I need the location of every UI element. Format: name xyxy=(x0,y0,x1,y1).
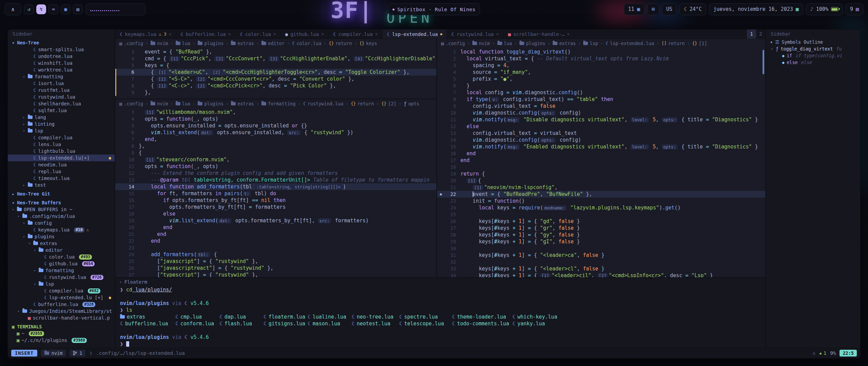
active-app-icon[interactable]: ↯ xyxy=(36,4,46,14)
code-line[interactable]: 8 if type(v: config.virtual_text) == "ta… xyxy=(437,96,765,103)
breadcrumb-segment[interactable]: {}keys xyxy=(359,41,377,46)
close-tab-icon[interactable]: × xyxy=(375,32,378,37)
terminal-ls-entry[interactable]: extras xyxy=(120,313,175,320)
code-line[interactable]: 3 spacing = 4, xyxy=(437,62,765,69)
code-line[interactable]: 5 opts.ensure_installed = opts.ensure_in… xyxy=(115,122,436,129)
terminal-ls-entry[interactable]: ☾todo-comments.lua xyxy=(452,320,512,327)
breadcrumb-segment[interactable]: extras xyxy=(231,41,254,46)
tree-item[interactable]: ·☾github.lua#654 xyxy=(8,260,115,267)
code-line[interactable]: 24 add_formatters(tbl: { xyxy=(115,251,436,258)
code-line[interactable]: 31 keys[#keys + 1] = { "<leader>ca", fal… xyxy=(437,252,765,259)
tree-item[interactable]: ·☾lightbulb.lua xyxy=(8,148,115,155)
tree-item[interactable]: ·☾rustfmt.lua xyxy=(8,87,115,94)
terminal-ls-entry[interactable]: ☾bufferline.lua xyxy=(120,320,175,327)
code-line[interactable]: 4 opts = function(_, opts) xyxy=(115,116,436,122)
code-line[interactable]: 26 keys[#keys + 1] = { "gd", false } xyxy=(437,218,765,225)
search-pill[interactable] xyxy=(86,3,145,15)
tree-item[interactable]: ·☾rustywind.lua#726 xyxy=(8,274,115,281)
breadcrumb-segment[interactable]: extras xyxy=(231,101,254,106)
tree-item[interactable]: ·☾winshift.lua xyxy=(8,60,115,66)
code-line[interactable]: 18 else xyxy=(115,210,436,217)
tree-item[interactable]: ▾config xyxy=(8,220,115,226)
code-line[interactable]: 5 prefix = "●", xyxy=(437,76,765,82)
tree-item[interactable]: ·☾color.lua#493 xyxy=(8,253,115,260)
breadcrumb-segment[interactable]: plugins xyxy=(519,41,545,46)
terminal-ls-entry[interactable]: ☾yanky.lua xyxy=(512,320,545,327)
tree-item[interactable]: ▾.config/nvim/lua xyxy=(8,213,115,220)
terminal-ls-entry[interactable]: ☾neo-tree.lua xyxy=(352,313,399,320)
tree-item[interactable]: ·☾smart-splits.lua xyxy=(8,46,115,53)
neotree-section-neo-tree-buffers[interactable]: ▾Neo-Tree Buffers xyxy=(8,199,115,206)
tree-item[interactable]: ·☾repl.lua xyxy=(8,168,115,175)
code-line[interactable]: 25 ["javascript"] = { "rustywind" }, xyxy=(115,258,436,265)
code-line[interactable]: 10 [1]"stevearc/conform.nvim", xyxy=(115,156,436,163)
breadcrumb-segment[interactable]: {}[1] xyxy=(692,41,707,46)
scrollbar-handle[interactable] xyxy=(763,50,764,74)
tab[interactable]: ☾keymaps.lua⚠ 3× xyxy=(115,29,176,39)
terminal-ls-entry[interactable]: ☾telescope.lua xyxy=(399,320,452,327)
tree-item[interactable]: ·☾lsp-extended.lu[+]◉ xyxy=(8,155,115,161)
terminal-ls-entry[interactable]: ☾neotest.lua xyxy=(352,320,399,327)
terminal-ls-entry[interactable]: ☾cmp.lua xyxy=(175,313,219,320)
breadcrumb-segment[interactable]: nvim xyxy=(151,101,168,106)
code-line[interactable]: 6 } xyxy=(437,82,765,89)
terminal-output[interactable]: ❯ cd lua/plugins/nvim/lua/plugins via ☾ … xyxy=(115,286,765,348)
code-line[interactable]: 18 xyxy=(437,164,765,170)
copy-icon[interactable]: ▣ xyxy=(61,4,71,14)
code-line[interactable]: 29 keys[#keys + 1] = { "gI", false } xyxy=(437,238,765,245)
code-line[interactable]: 12 else xyxy=(437,123,765,130)
outline-item[interactable]: ·◆ifif type(config.vi xyxy=(766,52,860,59)
code-line[interactable]: 6 { [1]"<leader>uC", [2]"<cmd>CccHighlig… xyxy=(115,69,436,76)
terminal-ls-entry[interactable]: ☾which-key.lua xyxy=(512,313,557,320)
workspace-indicator[interactable]: 11 ▣ xyxy=(624,3,645,15)
date-widget[interactable]: jueves, noviembre 16, 2023 ▦ xyxy=(709,3,803,15)
code-line[interactable]: 22 end xyxy=(115,238,436,244)
terminal-buffer-item[interactable]: ▣~#2859 xyxy=(8,330,115,337)
code-line[interactable]: 16 if opts.formatters_by_ft[ft] == nil t… xyxy=(115,197,436,204)
code-line[interactable]: ✱22 event = { "BufReadPre", "BufNewFile"… xyxy=(437,191,765,198)
code-line[interactable]: 1local function toggle_diag_virtext() xyxy=(437,48,765,55)
window-list-button[interactable]: ⊞ xyxy=(647,3,659,15)
tree-item[interactable]: ▾OPEN BUFFERS in ~ xyxy=(8,206,115,213)
close-tab-icon[interactable]: × xyxy=(228,32,231,37)
tab[interactable]: ☾lsp-extended.lua● xyxy=(382,29,447,39)
breadcrumb-segment[interactable]: plugins xyxy=(198,41,223,46)
tree-item[interactable]: ·☾timeout.lua xyxy=(8,175,115,182)
terminal-ls-entry[interactable]: ☾conform.lua xyxy=(175,320,219,327)
tab-page[interactable]: 1 xyxy=(747,29,756,39)
tree-item[interactable]: ·☾isort.lua xyxy=(8,80,115,87)
code-line[interactable]: 16 end xyxy=(437,150,765,157)
code-line[interactable]: 11 vim.notify(msg: "Disable diagnostics … xyxy=(437,116,765,123)
tab[interactable]: ☾color.lua× xyxy=(236,29,281,39)
code-line[interactable]: 27 ["typescript"] = { "rustywind" }, xyxy=(115,271,436,277)
code-line[interactable]: 9{ xyxy=(115,149,436,156)
code-line[interactable]: 13 config.virtual_text = virtual_text xyxy=(437,130,765,137)
tree-item[interactable]: ▾lsp xyxy=(8,281,115,287)
tree-item[interactable]: ·▦scrollbar-handle-vertical.p xyxy=(8,314,115,321)
code-line[interactable]: 7 local config = vim.diagnostic.config() xyxy=(437,89,765,96)
floaterm-title-bar[interactable]: ▾ Floaterm xyxy=(115,278,765,286)
breadcrumb-segment[interactable]: lua xyxy=(497,41,512,46)
breadcrumb-segment[interactable]: ▤.config xyxy=(119,101,143,106)
neotree-section-terminals[interactable]: ▣TERMINALS xyxy=(8,323,115,330)
close-tab-icon[interactable]: × xyxy=(273,32,276,37)
code-line[interactable]: 3 event = { "BufRead" }, xyxy=(115,48,436,55)
breadcrumb-segment[interactable]: ☾lsp-extended.lua xyxy=(606,41,654,46)
tab[interactable]: ☾rustywind.lua× xyxy=(447,29,504,39)
notes-icon[interactable]: ▤ xyxy=(73,4,83,14)
tree-item[interactable]: ·☾shellharden.lua xyxy=(8,100,115,107)
terminal-ls-entry[interactable]: ☾theme-loader.lua xyxy=(452,313,512,320)
tree-item[interactable]: ▾formatting xyxy=(8,73,115,80)
tree-item[interactable]: ·☾neodim.lua xyxy=(8,161,115,168)
launcher-button[interactable]: ∧ xyxy=(5,3,21,15)
code-line[interactable]: 14 local function add_formatters(tbl :ta… xyxy=(115,183,436,190)
code-line[interactable]: 7 end, xyxy=(115,136,436,143)
breadcrumb-segment[interactable]: {}[2] xyxy=(381,101,396,106)
breadcrumb-segment[interactable]: ƒopts xyxy=(404,101,419,106)
keyboard-layout[interactable]: US xyxy=(662,3,677,15)
code-line[interactable]: 5 keys = { xyxy=(115,62,436,69)
terminal-ls-entry[interactable]: ☾lualine.lua xyxy=(308,313,352,320)
tree-item[interactable]: ▸lang xyxy=(8,114,115,121)
code-line[interactable]: 4 cmd = { [1]"CccPick", [2]"CccConvert",… xyxy=(115,55,436,62)
tree-item[interactable]: ·☾lsp-extended.lu [+]◉ xyxy=(8,294,115,301)
